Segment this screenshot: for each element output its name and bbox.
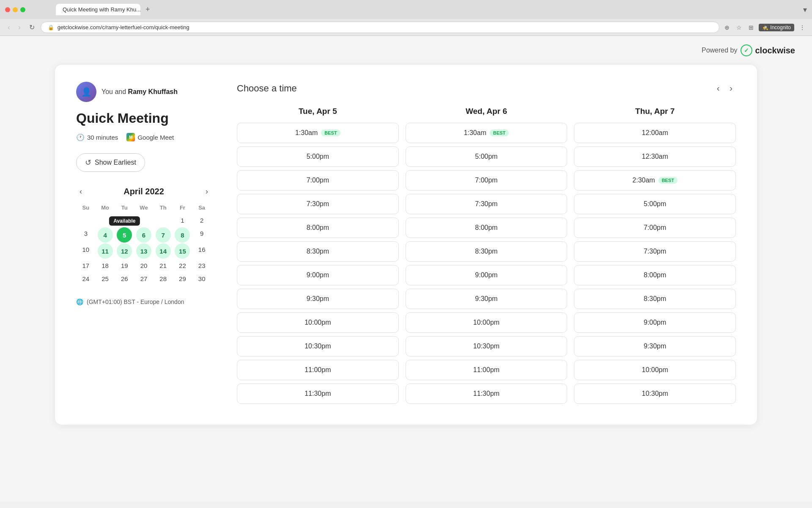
time-slot[interactable]: 8:00pm <box>574 265 736 285</box>
time-slot[interactable]: 12:30am <box>574 146 736 167</box>
cal-cell-apr30[interactable]: 30 <box>192 273 211 285</box>
cal-cell-apr28[interactable]: 28 <box>154 273 173 285</box>
cal-cell-apr26[interactable]: 26 <box>115 273 134 285</box>
time-slot[interactable]: 9:00pm <box>237 265 399 285</box>
cal-cell-apr23[interactable]: 23 <box>192 260 211 272</box>
calendar-next-button[interactable]: › <box>202 185 211 198</box>
cal-cell-apr10[interactable]: 10 <box>76 243 96 259</box>
traffic-lights <box>5 7 25 12</box>
time-slot[interactable]: 7:00pm <box>406 170 568 190</box>
time-slot[interactable]: 8:00pm <box>237 218 399 238</box>
time-slot[interactable]: 7:00pm <box>237 170 399 190</box>
time-slot[interactable]: 9:30pm <box>574 336 736 356</box>
cal-cell-apr7[interactable]: 7 <box>156 227 171 243</box>
bookmark-icon[interactable]: ☆ <box>735 22 743 33</box>
cal-cell-apr19[interactable]: 19 <box>115 260 134 272</box>
cal-cell-apr22[interactable]: 22 <box>173 260 192 272</box>
cal-cell-apr4[interactable]: 4 <box>98 227 113 243</box>
time-slot[interactable]: 12:00am <box>574 123 736 143</box>
close-window-button[interactable] <box>5 7 10 12</box>
cast-icon[interactable]: ⊕ <box>723 22 731 33</box>
time-slot[interactable]: 2:30am BEST <box>574 170 736 190</box>
time-slot[interactable]: 9:30pm <box>406 289 568 309</box>
time-slot[interactable]: 10:00pm <box>237 312 399 333</box>
time-slot[interactable]: 8:30pm <box>574 289 736 309</box>
browser-tab[interactable]: Quick Meeting with Ramy Khu... ✕ <box>56 4 140 15</box>
cal-cell-apr27[interactable]: 27 <box>134 273 154 285</box>
forward-button[interactable]: › <box>16 22 23 33</box>
cal-cell-apr13[interactable]: 13 <box>136 243 151 259</box>
time-text: 8:30pm <box>307 248 329 255</box>
cal-cell-apr14[interactable]: 14 <box>156 243 171 259</box>
cal-cell-apr21[interactable]: 21 <box>154 260 173 272</box>
reload-button[interactable]: ↻ <box>27 22 37 33</box>
time-slot[interactable]: 8:30pm <box>237 241 399 262</box>
cal-cell-apr16[interactable]: 16 <box>192 243 211 259</box>
cal-cell-apr6[interactable]: 6 <box>136 227 151 243</box>
time-slot[interactable]: 10:30pm <box>406 336 568 356</box>
cal-cell-apr11[interactable]: 11 <box>98 243 113 259</box>
time-text: 10:00pm <box>473 319 499 326</box>
time-text: 9:00pm <box>475 271 497 279</box>
time-nav-next-button[interactable]: › <box>726 82 736 95</box>
cal-cell-apr1[interactable]: 1 <box>173 214 192 226</box>
time-text: 7:30pm <box>475 200 497 208</box>
new-tab-button[interactable]: + <box>142 3 154 16</box>
time-slot[interactable]: 7:30pm <box>237 194 399 214</box>
time-text: 8:00pm <box>307 224 329 232</box>
time-slot[interactable]: 11:30pm <box>406 384 568 404</box>
best-badge: BEST <box>490 130 509 136</box>
cal-cell-apr17[interactable]: 17 <box>76 260 96 272</box>
minimize-window-button[interactable] <box>13 7 18 12</box>
time-slot[interactable]: 10:30pm <box>237 336 399 356</box>
cal-cell-apr20[interactable]: 20 <box>134 260 154 272</box>
maximize-window-button[interactable] <box>20 7 25 12</box>
cal-cell-apr8[interactable]: 8 <box>175 227 190 243</box>
cal-cell-apr24[interactable]: 24 <box>76 273 96 285</box>
time-slot[interactable]: 5:00pm <box>574 194 736 214</box>
time-slot[interactable]: 9:30pm <box>237 289 399 309</box>
time-slot[interactable]: 10:30pm <box>574 384 736 404</box>
time-slot[interactable]: 11:30pm <box>237 384 399 404</box>
cal-cell-apr2[interactable]: 2 <box>192 214 211 226</box>
cal-cell-apr15[interactable]: 15 <box>175 243 190 259</box>
page-body: Powered by ✓ clockwise 👤 You and Ramy Kh… <box>0 36 812 502</box>
menu-button[interactable]: ⋮ <box>798 22 807 33</box>
cal-cell-apr29[interactable]: 29 <box>173 273 192 285</box>
time-slot[interactable]: 10:00pm <box>406 312 568 333</box>
time-slot[interactable]: 1:30am BEST <box>237 123 399 143</box>
time-text: 12:30am <box>642 153 668 160</box>
calendar-prev-button[interactable]: ‹ <box>76 185 85 198</box>
time-slot[interactable]: 11:00pm <box>237 360 399 380</box>
time-slot[interactable]: 5:00pm <box>406 146 568 167</box>
time-nav-prev-button[interactable]: ‹ <box>713 82 723 95</box>
user-name: Ramy Khuffash <box>128 88 178 95</box>
cal-cell-apr25[interactable]: 25 <box>96 273 115 285</box>
cal-cell-apr12[interactable]: 12 <box>117 243 132 259</box>
time-slot[interactable]: 7:00pm <box>574 218 736 238</box>
time-slot[interactable]: 1:30am BEST <box>406 123 568 143</box>
cal-cell-apr5[interactable]: 5 Available <box>117 227 132 243</box>
clockwise-name: clockwise <box>755 46 795 55</box>
timezone-row: 🌐 (GMT+01:00) BST - Europe / London <box>76 298 211 305</box>
time-text: 9:30pm <box>644 342 666 350</box>
time-slot[interactable]: 10:00pm <box>574 360 736 380</box>
time-slot[interactable]: 5:00pm <box>237 146 399 167</box>
show-earliest-button[interactable]: ↺ Show Earliest <box>76 153 145 172</box>
time-slot[interactable]: 7:30pm <box>574 241 736 262</box>
time-slot[interactable]: 7:30pm <box>406 194 568 214</box>
extension-icon[interactable]: ⊞ <box>747 22 755 33</box>
cal-cell-apr3[interactable]: 3 <box>76 227 96 243</box>
time-slot[interactable]: 9:00pm <box>406 265 568 285</box>
address-bar[interactable]: 🔒 getclockwise.com/c/ramy-letterfuel-com… <box>41 22 720 33</box>
calendar-week-4: 17 18 19 20 21 22 23 <box>76 260 211 272</box>
time-slot[interactable]: 9:00pm <box>574 312 736 333</box>
cal-cell-apr18[interactable]: 18 <box>96 260 115 272</box>
time-slot[interactable]: 8:00pm <box>406 218 568 238</box>
time-text: 5:00pm <box>307 153 329 160</box>
time-slot[interactable]: 11:00pm <box>406 360 568 380</box>
back-button[interactable]: ‹ <box>5 22 12 33</box>
time-text: 8:00pm <box>475 224 497 232</box>
time-slot[interactable]: 8:30pm <box>406 241 568 262</box>
cal-cell-apr9[interactable]: 9 <box>192 227 211 243</box>
